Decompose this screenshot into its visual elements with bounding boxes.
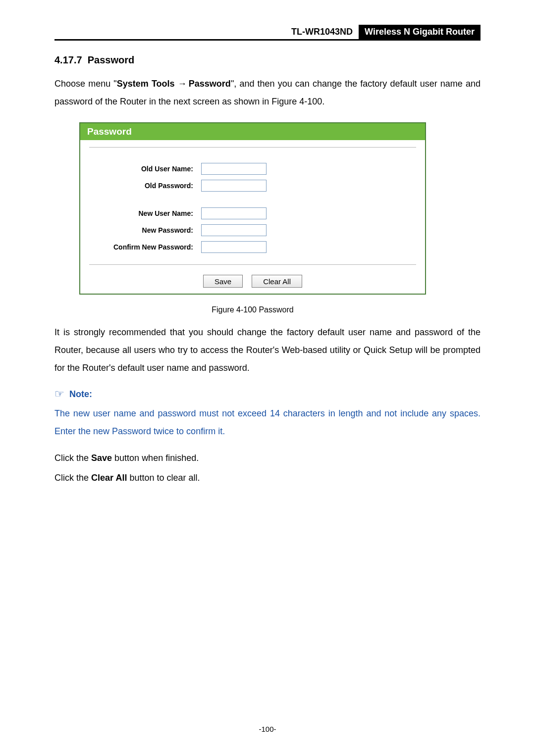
note-text: The new user name and password must not …: [54, 404, 481, 440]
section-heading: 4.17.7 Password: [54, 54, 481, 66]
clear-post: button to clear all.: [127, 473, 200, 483]
input-confirm-pass[interactable]: [201, 241, 267, 253]
clear-instruction: Click the Clear All button to clear all.: [54, 469, 481, 487]
label-old-pass: Old Password:: [89, 182, 201, 190]
note-label: Note:: [69, 389, 92, 400]
divider: [89, 264, 416, 265]
page-number: -100-: [0, 725, 535, 733]
save-post: button when finished.: [112, 453, 199, 463]
figure-title: Password: [80, 123, 425, 140]
label-old-user: Old User Name:: [89, 165, 201, 173]
clear-bold: Clear All: [91, 473, 127, 483]
figure-panel: Password Old User Name: Old Password: Ne…: [79, 122, 426, 295]
label-new-user: New User Name:: [89, 209, 201, 217]
note-icon: ☞: [54, 388, 64, 401]
header-product: Wireless N Gigabit Router: [359, 25, 481, 39]
intro-menu1: System Tools: [117, 79, 175, 89]
section-title: Password: [88, 54, 134, 65]
divider: [89, 147, 416, 148]
recommend-paragraph: It is strongly recommended that you shou…: [54, 323, 481, 377]
input-old-user[interactable]: [201, 163, 267, 175]
input-new-user[interactable]: [201, 207, 267, 219]
figure-caption: Figure 4-100 Password: [79, 305, 426, 314]
section-number: 4.17.7: [54, 54, 82, 65]
intro-prefix: Choose menu ": [54, 79, 117, 89]
label-confirm-pass: Confirm New Password:: [89, 243, 201, 251]
save-button[interactable]: Save: [203, 275, 243, 288]
intro-paragraph: Choose menu "System Tools → Password", a…: [54, 75, 481, 110]
save-bold: Save: [91, 453, 112, 463]
save-instruction: Click the Save button when finished.: [54, 449, 481, 467]
arrow-icon: →: [178, 75, 186, 93]
page-header: TL-WR1043ND Wireless N Gigabit Router: [54, 25, 481, 41]
header-model: TL-WR1043ND: [285, 25, 359, 39]
input-new-pass[interactable]: [201, 224, 267, 236]
clear-pre: Click the: [54, 473, 91, 483]
intro-menu2: Password: [189, 79, 231, 89]
input-old-pass[interactable]: [201, 180, 267, 192]
clear-all-button[interactable]: Clear All: [252, 275, 302, 288]
label-new-pass: New Password:: [89, 226, 201, 234]
save-pre: Click the: [54, 453, 91, 463]
